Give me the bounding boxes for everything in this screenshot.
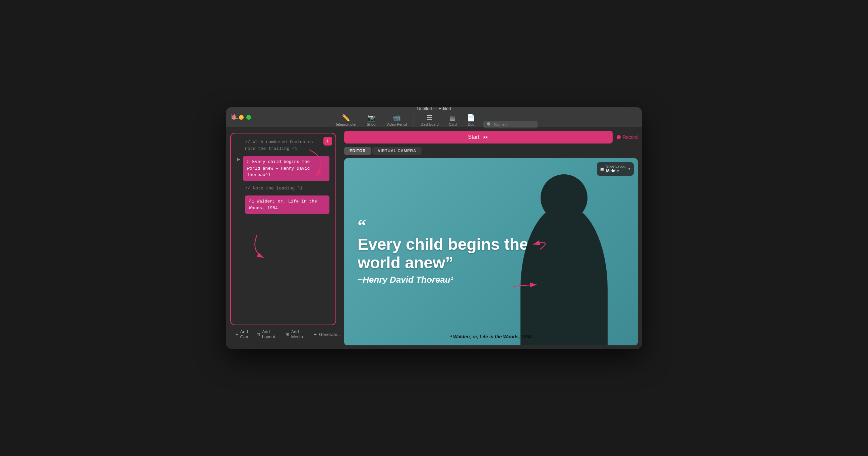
tab-editor[interactable]: EDITOR bbox=[344, 147, 371, 155]
add-card-button[interactable]: + Add Card bbox=[236, 329, 250, 339]
editor-comment-2: // Note the leading ^1 bbox=[237, 185, 330, 192]
maximize-button[interactable] bbox=[246, 115, 251, 120]
toolbar-card[interactable]: ▦ Card bbox=[444, 112, 462, 128]
editor-quote-line: ▶ > Every child begins the world anew – … bbox=[237, 156, 330, 181]
record-button[interactable]: Record bbox=[617, 134, 638, 140]
sidebar-toggle-icon[interactable] bbox=[231, 114, 238, 121]
video-pencil-label: Video Pencil bbox=[386, 122, 407, 126]
record-label: Record bbox=[623, 134, 638, 140]
generate-icon: ✦ bbox=[313, 332, 317, 337]
tab-virtual-camera-label: VIRTUAL CAMERA bbox=[378, 149, 416, 153]
doc-icon: 📄 bbox=[467, 114, 475, 121]
comment-text-2: // Note the leading ^1 bbox=[245, 185, 303, 192]
plus-icon: + bbox=[236, 332, 238, 337]
preview-area: “ Every child begins the world anew” ~He… bbox=[344, 158, 638, 345]
slide-layout-value: Middle bbox=[606, 169, 626, 173]
toolbar-shoot[interactable]: 📷 Shoot bbox=[362, 112, 381, 128]
add-card-label: Add Card bbox=[240, 329, 250, 339]
media-icon: ⊞ bbox=[285, 332, 289, 337]
card-editor: + // With numbered footnotes – note the … bbox=[230, 133, 336, 325]
toolbar-separator bbox=[413, 114, 414, 126]
slide-layout-icon: ▦ bbox=[600, 166, 604, 171]
preview-quote-author: ~Henry David Thoreau¹ bbox=[358, 275, 525, 285]
card-label: Card bbox=[449, 122, 457, 126]
add-layout-button[interactable]: ⊡ Add Layout... bbox=[256, 329, 279, 339]
card-add-button[interactable]: + bbox=[323, 137, 332, 146]
tab-editor-label: EDITOR bbox=[349, 149, 366, 153]
generate-button[interactable]: ✦ Generate... bbox=[313, 332, 341, 337]
card-icon: ▦ bbox=[450, 114, 456, 121]
search-icon: 🔍 bbox=[487, 122, 492, 127]
search-input[interactable] bbox=[494, 122, 534, 127]
main-area: + // With numbered footnotes – note the … bbox=[226, 127, 642, 349]
silhouette-head bbox=[540, 174, 588, 221]
toolbar-teleprompter[interactable]: ✏️ Teleprompter bbox=[331, 112, 361, 128]
search-box[interactable]: 🔍 bbox=[483, 121, 537, 128]
teleprompter-label: Teleprompter bbox=[335, 122, 356, 126]
comment-text-1: // With numbered footnotes – note the tr… bbox=[245, 139, 330, 152]
add-media-label: Add Media... bbox=[291, 329, 307, 339]
left-panel: + // With numbered footnotes – note the … bbox=[226, 127, 340, 349]
video-pencil-icon: 📹 bbox=[393, 114, 401, 121]
shoot-label: Shoot bbox=[367, 122, 376, 126]
start-button[interactable]: Start ⏭ bbox=[344, 131, 613, 144]
record-dot-icon bbox=[617, 135, 621, 139]
bottom-toolbar: + Add Card ⊡ Add Layout... ⊞ Add Media..… bbox=[230, 325, 336, 343]
slide-layout-label: Slide Layout bbox=[606, 164, 626, 169]
dashboard-label: Dashboard bbox=[421, 122, 439, 126]
toolbar-doc[interactable]: 📄 Doc bbox=[462, 112, 480, 128]
toolbar-dashboard[interactable]: ☰ Dashboard bbox=[416, 112, 443, 128]
titlebar: Untitled — Edited ✏️ Teleprompter 📷 Shoo… bbox=[226, 107, 642, 127]
add-layout-label: Add Layout... bbox=[262, 329, 279, 339]
quote-block[interactable]: > Every child begins the world anew – He… bbox=[243, 156, 330, 181]
chevron-down-icon: ▾ bbox=[628, 166, 630, 171]
person-silhouette bbox=[510, 158, 618, 345]
preview-background: “ Every child begins the world anew” ~He… bbox=[344, 158, 638, 345]
right-panel: Start ⏭ Record EDITOR VIRTUAL CAMERA bbox=[340, 127, 642, 349]
editor-footnote-line: ^1 Walden; or, Life in the Woods, 1954 bbox=[237, 195, 330, 214]
toolbar-video-pencil[interactable]: 📹 Video Pencil bbox=[382, 112, 411, 128]
preview-footnote: ¹ Walden; or, Life in the Woods, 1954 bbox=[344, 334, 638, 339]
minimize-button[interactable] bbox=[239, 115, 244, 120]
editor-comment-1: // With numbered footnotes – note the tr… bbox=[237, 139, 330, 152]
start-label: Start bbox=[468, 134, 479, 140]
doc-label: Doc bbox=[468, 122, 474, 126]
silhouette-body bbox=[521, 205, 608, 345]
slide-layout-button[interactable]: ▦ Slide Layout Middle ▾ bbox=[597, 162, 634, 176]
view-tabs: EDITOR VIRTUAL CAMERA bbox=[344, 147, 638, 155]
svg-rect-0 bbox=[231, 114, 234, 119]
play-button[interactable]: ▶ bbox=[237, 157, 240, 162]
svg-rect-2 bbox=[231, 114, 238, 119]
window-title: Untitled — Edited bbox=[417, 107, 451, 111]
top-controls: Start ⏭ Record bbox=[344, 131, 638, 144]
footnote-block[interactable]: ^1 Walden; or, Life in the Woods, 1954 bbox=[245, 195, 330, 214]
tab-virtual-camera[interactable]: VIRTUAL CAMERA bbox=[372, 147, 422, 155]
dashboard-icon: ☰ bbox=[427, 114, 433, 121]
add-media-button[interactable]: ⊞ Add Media... bbox=[285, 329, 307, 339]
generate-label: Generate... bbox=[319, 332, 341, 337]
teleprompter-icon: ✏️ bbox=[342, 114, 350, 121]
skip-forward-icon: ⏭ bbox=[483, 134, 489, 140]
shoot-icon: 📷 bbox=[367, 114, 376, 121]
layout-icon: ⊡ bbox=[256, 332, 260, 337]
app-window: Untitled — Edited ✏️ Teleprompter 📷 Shoo… bbox=[226, 107, 642, 349]
